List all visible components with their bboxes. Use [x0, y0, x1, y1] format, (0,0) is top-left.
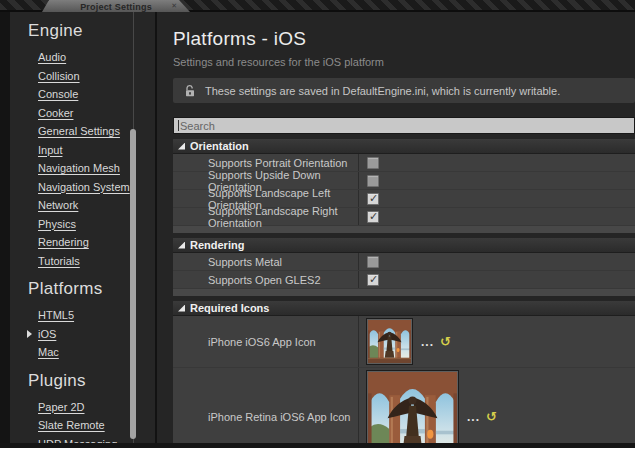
setting-row-supports-landscape-right-orientation: Supports Landscape Right Orientation: [173, 208, 635, 226]
setting-label: iPhone iOS6 App Icon: [173, 316, 358, 367]
setting-label: Supports Landscape Right Orientation: [173, 208, 358, 225]
search-placeholder: Search: [180, 120, 215, 132]
collapse-triangle-icon: [178, 305, 185, 312]
page-subtitle: Settings and resources for the iOS platf…: [173, 56, 635, 68]
browse-ellipsis-button[interactable]: ...: [421, 340, 434, 344]
sidebar-item-label: Network: [38, 199, 78, 211]
checkbox-supports-open-gles2[interactable]: [367, 274, 379, 286]
window-bottom-border: [0, 443, 635, 448]
search-input[interactable]: Search: [173, 117, 635, 134]
setting-value: [358, 253, 635, 270]
text-caret: [178, 120, 179, 131]
unlock-icon: [184, 84, 196, 97]
setting-value: [358, 190, 635, 207]
window-left-border: [0, 12, 10, 446]
checkbox-supports-upside-down-orientation[interactable]: [367, 175, 379, 187]
project-settings-window: Project Settings ✕ EngineAudioCollisionC…: [0, 0, 635, 448]
section-orientation: OrientationSupports Portrait Orientation…: [173, 139, 635, 233]
setting-value: ...↺: [358, 316, 635, 367]
setting-value: [358, 154, 635, 171]
checkbox-supports-landscape-right-orientation[interactable]: [367, 211, 379, 223]
sidebar-item-label: HTML5: [38, 309, 74, 321]
collapse-triangle-icon: [178, 143, 185, 150]
tab-bar: Project Settings ✕: [0, 0, 635, 12]
setting-row-supports-metal: Supports Metal: [173, 253, 635, 271]
section-footer: [173, 289, 635, 296]
config-file-notice: These settings are saved in DefaultEngin…: [173, 78, 635, 103]
setting-value: [358, 208, 635, 225]
setting-row-iphone-ios6-app-icon: iPhone iOS6 App Icon...↺: [173, 316, 635, 368]
section-body: Supports Portrait OrientationSupports Up…: [173, 154, 635, 233]
settings-main-panel: Platforms - iOS Settings and resources f…: [157, 12, 635, 446]
browse-ellipsis-button[interactable]: ...: [467, 415, 480, 419]
sidebar-item-label: Tutorials: [38, 255, 80, 267]
collapse-triangle-icon: [178, 242, 185, 249]
section-title: Orientation: [190, 140, 249, 152]
sidebar-item-label: Navigation System: [38, 181, 130, 193]
section-rendering: RenderingSupports MetalSupports Open GLE…: [173, 238, 635, 296]
sidebar-item-label: Collision: [38, 70, 80, 82]
settings-sections: OrientationSupports Portrait Orientation…: [173, 139, 635, 446]
sidebar-item-label: Rendering: [38, 236, 89, 248]
reset-to-default-icon[interactable]: ↺: [440, 337, 451, 347]
reset-to-default-icon[interactable]: ↺: [486, 412, 497, 422]
page-title: Platforms - iOS: [173, 28, 635, 50]
notice-text: These settings are saved in DefaultEngin…: [205, 85, 560, 97]
section-required-icons: Required IconsiPhone iOS6 App Icon...↺iP…: [173, 301, 635, 446]
tab-title: Project Settings: [80, 2, 152, 12]
setting-value: ...↺: [358, 368, 635, 446]
sidebar-scrollbar-thumb[interactable]: [130, 129, 136, 439]
setting-value: [358, 172, 635, 189]
app-icon-thumbnail[interactable]: [367, 371, 458, 446]
checkbox-supports-portrait-orientation[interactable]: [367, 157, 379, 169]
checkbox-supports-landscape-left-orientation[interactable]: [367, 193, 379, 205]
setting-value: [358, 271, 635, 288]
sidebar-item-label: Paper 2D: [38, 401, 84, 413]
sidebar-item-label: General Settings: [38, 125, 120, 137]
sidebar-item-label: Physics: [38, 218, 76, 230]
setting-label: Supports Open GLES2: [173, 271, 358, 288]
sidebar-item-label: Console: [38, 88, 78, 100]
section-header-orientation[interactable]: Orientation: [173, 139, 635, 154]
setting-row-iphone-retina-ios6-app-icon: iPhone Retina iOS6 App Icon...↺: [173, 368, 635, 446]
sidebar-item-label: iOS: [38, 328, 56, 340]
setting-row-supports-open-gles2: Supports Open GLES2: [173, 271, 635, 289]
tab-project-settings[interactable]: Project Settings ✕: [42, 0, 190, 12]
setting-label: Supports Metal: [173, 253, 358, 270]
section-header-rendering[interactable]: Rendering: [173, 238, 635, 253]
section-header-required-icons[interactable]: Required Icons: [173, 301, 635, 316]
section-title: Required Icons: [190, 302, 269, 314]
tab-close-icon[interactable]: ✕: [171, 2, 177, 10]
settings-sidebar: EngineAudioCollisionConsoleCookerGeneral…: [10, 12, 157, 446]
sidebar-item-label: Audio: [38, 51, 66, 63]
sidebar-item-label: Mac: [38, 346, 59, 358]
section-body: Supports MetalSupports Open GLES2: [173, 253, 635, 296]
sidebar-item-label: Slate Remote: [38, 419, 105, 431]
checkbox-supports-metal[interactable]: [367, 256, 379, 268]
app-icon-thumbnail[interactable]: [367, 319, 412, 364]
sidebar-item-label: Navigation Mesh: [38, 162, 120, 174]
section-body: iPhone iOS6 App Icon...↺iPhone Retina iO…: [173, 316, 635, 446]
sidebar-item-label: Input: [38, 144, 62, 156]
sidebar-item-label: Cooker: [38, 107, 73, 119]
selected-arrow-icon: [27, 330, 32, 338]
section-title: Rendering: [190, 239, 244, 251]
setting-label: iPhone Retina iOS6 App Icon: [173, 368, 358, 446]
